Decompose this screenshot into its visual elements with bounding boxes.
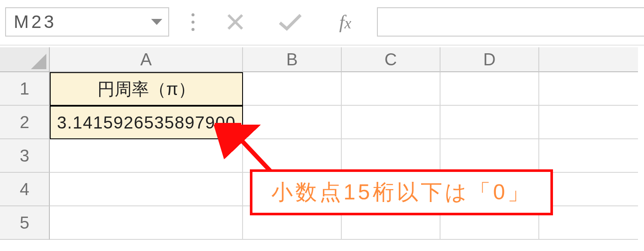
cell-c3[interactable] <box>342 139 440 173</box>
row-header-3[interactable]: 3 <box>0 139 50 173</box>
column-header-d[interactable]: D <box>440 47 539 72</box>
column-header-a[interactable]: A <box>50 47 243 72</box>
cell-a1[interactable]: 円周率（π） <box>50 72 243 106</box>
separator-dots-icon <box>178 13 208 31</box>
cell-a2[interactable]: 3.1415926535897900 <box>50 106 243 139</box>
cell-d2[interactable] <box>440 106 539 139</box>
fx-button[interactable]: fx <box>319 7 371 37</box>
cell-c1[interactable] <box>342 72 440 106</box>
formula-input[interactable] <box>377 7 644 37</box>
cancel-button[interactable] <box>210 7 261 37</box>
column-header-e[interactable] <box>539 47 638 72</box>
row-header-5[interactable]: 5 <box>0 206 50 240</box>
name-box[interactable]: M23 <box>5 7 169 37</box>
divider <box>0 45 644 46</box>
cell-b3[interactable] <box>243 139 342 173</box>
cell-d1[interactable] <box>440 72 539 106</box>
row-header-4[interactable]: 4 <box>0 173 50 206</box>
name-box-value: M23 <box>14 12 57 32</box>
annotation-underline <box>215 123 241 127</box>
column-header-b[interactable]: B <box>243 47 342 72</box>
cell-a5[interactable] <box>50 206 243 240</box>
cell-e5[interactable] <box>539 206 638 240</box>
fx-icon: fx <box>339 11 351 33</box>
row-header-2[interactable]: 2 <box>0 106 50 139</box>
formula-bar-row: M23 fx <box>0 3 644 41</box>
cell-e1[interactable] <box>539 72 638 106</box>
cell-b2[interactable] <box>243 106 342 139</box>
check-icon <box>277 12 303 31</box>
cell-e4[interactable] <box>539 173 638 206</box>
cell-d3[interactable] <box>440 139 539 173</box>
x-icon <box>226 12 245 31</box>
select-all-corner[interactable] <box>0 47 50 72</box>
cell-a3[interactable] <box>50 139 243 173</box>
cell-a4[interactable] <box>50 173 243 206</box>
annotation-callout: 小数点15桁以下は「0」 <box>250 169 553 215</box>
column-header-c[interactable]: C <box>342 47 440 72</box>
chevron-down-icon[interactable] <box>151 19 162 25</box>
row-header-1[interactable]: 1 <box>0 72 50 106</box>
cell-c2[interactable] <box>342 106 440 139</box>
cell-e3[interactable] <box>539 139 638 173</box>
enter-button[interactable] <box>264 7 316 37</box>
cell-e2[interactable] <box>539 106 638 139</box>
cell-b1[interactable] <box>243 72 342 106</box>
